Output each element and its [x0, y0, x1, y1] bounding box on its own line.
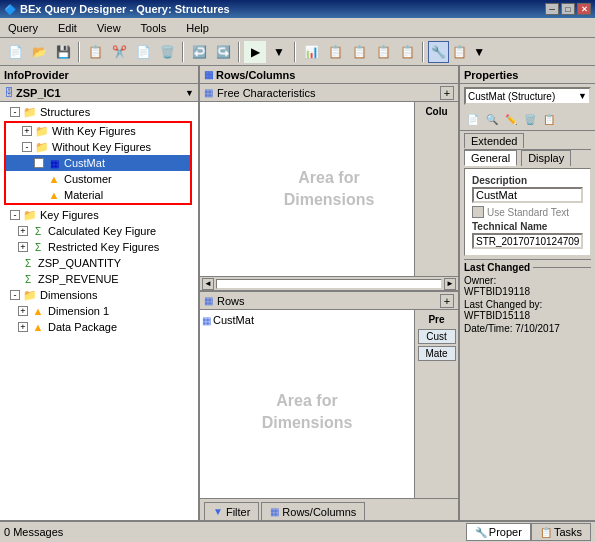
tree-data-package[interactable]: + ▲ Data Package — [2, 319, 196, 335]
filter-tab[interactable]: ▼ Filter — [204, 502, 259, 520]
tree-material[interactable]: ▲ Material — [6, 187, 190, 203]
tree-calc-kf[interactable]: + Σ Calculated Key Figure — [2, 223, 196, 239]
restricted-kf-expander[interactable]: + — [18, 242, 28, 252]
scroll-right-btn[interactable]: ► — [444, 278, 456, 290]
scroll-track[interactable] — [216, 279, 442, 289]
free-char-expand-btn[interactable]: + — [440, 86, 454, 100]
props-dropdown[interactable]: CustMat (Structure) ▼ — [464, 87, 591, 105]
tree-with-kf[interactable]: + 📁 With Key Figures — [6, 123, 190, 139]
zsp-ic1-label[interactable]: ZSP_IC1 — [16, 87, 61, 99]
menu-view[interactable]: View — [93, 20, 125, 36]
description-value[interactable]: CustMat — [472, 187, 583, 203]
tree-key-figures[interactable]: - 📁 Key Figures — [2, 207, 196, 223]
toolbar-btn-props[interactable]: 🔧 — [428, 41, 449, 63]
toolbar-btn-15[interactable]: 📋 — [451, 41, 469, 63]
toolbar-btn-16[interactable]: ▼ — [470, 41, 488, 63]
toolbar-btn-11[interactable]: 📋 — [324, 41, 346, 63]
dim1-icon: ▲ — [30, 304, 46, 318]
toolbar-btn-7[interactable]: 🗑️ — [156, 41, 178, 63]
dp-label: Data Package — [48, 321, 117, 333]
tree-zsp-quantity[interactable]: Σ ZSP_QUANTITY — [2, 255, 196, 271]
tree-customer[interactable]: ▲ Customer — [6, 171, 190, 187]
rows-item-icon: ▦ — [202, 315, 211, 326]
use-standard-text-checkbox[interactable] — [472, 206, 484, 218]
kf-expander[interactable]: - — [10, 210, 20, 220]
tab-extended[interactable]: Extended — [464, 133, 524, 148]
cust-btn[interactable]: Cust — [418, 329, 456, 344]
tree-dim1[interactable]: + ▲ Dimension 1 — [2, 303, 196, 319]
tree-structures[interactable]: - 📁 Structures — [2, 104, 196, 120]
close-button[interactable]: ✕ — [577, 3, 591, 15]
menu-query[interactable]: Query — [4, 20, 42, 36]
with-kf-expander[interactable]: + — [22, 126, 32, 136]
rows-expand-btn[interactable]: + — [440, 294, 454, 308]
menu-edit[interactable]: Edit — [54, 20, 81, 36]
props-dropdown-arrow: ▼ — [578, 91, 587, 101]
toolbar-sep-2 — [182, 42, 184, 62]
tab-general[interactable]: General — [464, 150, 517, 166]
minimize-button[interactable]: ─ — [545, 3, 559, 15]
tech-name-value[interactable]: STR_20170710124709 — [472, 233, 583, 249]
material-label: Material — [64, 189, 103, 201]
menu-tools[interactable]: Tools — [137, 20, 171, 36]
toolbar-btn-9[interactable]: ↪️ — [212, 41, 234, 63]
structures-expander[interactable]: - — [10, 107, 20, 117]
scroll-left-btn[interactable]: ◄ — [202, 278, 214, 290]
proper-tab-label: Proper — [489, 526, 522, 538]
props-tb-5[interactable]: 📋 — [540, 110, 558, 128]
last-changed-by-label: Last Changed by: — [464, 299, 542, 310]
tree-zsp-revenue[interactable]: Σ ZSP_REVENUE — [2, 271, 196, 287]
with-kf-icon: 📁 — [34, 124, 50, 138]
dp-expander[interactable]: + — [18, 322, 28, 332]
props-tb-4[interactable]: 🗑️ — [521, 110, 539, 128]
toolbar-btn-3[interactable]: 💾 — [52, 41, 74, 63]
main-content: InfoProvider 🗄 ZSP_IC1 ▼ - 📁 Structures … — [0, 66, 595, 520]
calc-kf-expander[interactable]: + — [18, 226, 28, 236]
title-bar: 🔷 BEx Query Designer - Query: Structures… — [0, 0, 595, 18]
toolbar-btn-6[interactable]: 📄 — [132, 41, 154, 63]
rows-columns-title: Rows/Columns — [216, 69, 295, 81]
menu-help[interactable]: Help — [182, 20, 213, 36]
rows-area: ▦ CustMat Area forDimensions — [200, 310, 414, 498]
without-kf-expander[interactable]: - — [22, 142, 32, 152]
maximize-button[interactable]: □ — [561, 3, 575, 15]
columns-side-panel: Colu — [414, 102, 458, 276]
props-tb-1[interactable]: 📄 — [464, 110, 482, 128]
calc-kf-icon: Σ — [30, 224, 46, 238]
proper-tab[interactable]: 🔧 Proper — [466, 523, 531, 541]
tasks-tab[interactable]: 📋 Tasks — [531, 523, 591, 541]
without-kf-label: Without Key Figures — [52, 141, 151, 153]
rows-cols-tab[interactable]: ▦ Rows/Columns — [261, 502, 365, 520]
dim1-expander[interactable]: + — [18, 306, 28, 316]
rows-item-custmat[interactable]: ▦ CustMat — [202, 312, 412, 328]
dimensions-label: Dimensions — [40, 289, 97, 301]
tree-restricted-kf[interactable]: + Σ Restricted Key Figures — [2, 239, 196, 255]
toolbar-btn-10[interactable]: 📊 — [300, 41, 322, 63]
tree-without-kf[interactable]: - 📁 Without Key Figures — [6, 139, 190, 155]
toolbar-btn-filter[interactable]: ▼ — [268, 41, 290, 63]
without-kf-icon: 📁 — [34, 140, 50, 154]
window-title: BEx Query Designer - Query: Structures — [20, 3, 230, 15]
toolbar-btn-14[interactable]: 📋 — [396, 41, 418, 63]
dim-expander[interactable]: - — [10, 290, 20, 300]
free-char-section: ▦ Free Characteristics + Area forDimensi… — [200, 84, 458, 292]
ic1-dropdown[interactable]: ▼ — [185, 88, 194, 98]
mate-btn[interactable]: Mate — [418, 346, 456, 361]
toolbar-btn-5[interactable]: ✂️ — [108, 41, 130, 63]
props-tb-2[interactable]: 🔍 — [483, 110, 501, 128]
middle-bottom-tabs: ▼ Filter ▦ Rows/Columns — [200, 498, 458, 520]
toolbar-btn-4[interactable]: 📋 — [84, 41, 106, 63]
toolbar-sep-5 — [422, 42, 424, 62]
toolbar-btn-8[interactable]: ↩️ — [188, 41, 210, 63]
props-tb-3[interactable]: ✏️ — [502, 110, 520, 128]
toolbar-btn-12[interactable]: 📋 — [348, 41, 370, 63]
toolbar-btn-1[interactable]: 📄 — [4, 41, 26, 63]
toolbar-btn-run[interactable]: ▶ — [244, 41, 266, 63]
tree-custmat[interactable]: - ▦ CustMat — [6, 155, 190, 171]
tab-display[interactable]: Display — [521, 150, 571, 166]
toolbar-btn-13[interactable]: 📋 — [372, 41, 394, 63]
custmat-expander[interactable]: - — [34, 158, 44, 168]
restricted-kf-label: Restricted Key Figures — [48, 241, 159, 253]
toolbar-btn-2[interactable]: 📂 — [28, 41, 50, 63]
tree-dimensions[interactable]: - 📁 Dimensions — [2, 287, 196, 303]
